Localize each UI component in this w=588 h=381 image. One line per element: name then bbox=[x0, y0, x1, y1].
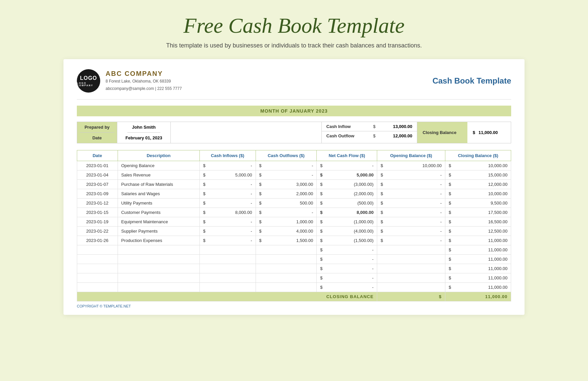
cash-inflow-value: 13,000.00 bbox=[386, 124, 412, 129]
footer-value: 11,000.00 bbox=[445, 292, 511, 301]
cell-ncf: $ 5,000.00 bbox=[317, 170, 377, 180]
cell-co bbox=[256, 255, 317, 264]
cell-co: $ - bbox=[256, 208, 317, 217]
table-row: 2023-01-01 Opening Balance $ - $ - $ - $… bbox=[77, 161, 511, 170]
cell-description: Utility Payments bbox=[118, 199, 199, 208]
cell-description bbox=[118, 255, 199, 264]
cell-ncf: $ (1,000.00) bbox=[317, 217, 377, 227]
cell-description: Supplier Payments bbox=[118, 227, 199, 236]
cell-description: Opening Balance bbox=[118, 161, 199, 170]
cell-cb: $ 12,000.00 bbox=[445, 180, 511, 189]
closing-balance-amount: 11,000.00 bbox=[478, 130, 498, 135]
table-row: 2023-01-07 Purchase of Raw Materials $ -… bbox=[77, 180, 511, 189]
table-row: 2023-01-15 Customer Payments $ 8,000.00 … bbox=[77, 208, 511, 217]
cell-ncf: $ (2,000.00) bbox=[317, 189, 377, 199]
prepared-by-label: Prepared by Date bbox=[77, 122, 117, 143]
cell-ob: $ - bbox=[377, 170, 445, 180]
cell-co: $ 500.00 bbox=[256, 199, 317, 208]
col-description: Description bbox=[118, 150, 199, 161]
closing-balance-value: $ 11,000.00 bbox=[467, 122, 511, 143]
table-row: $ - $ 11,000.00 bbox=[77, 255, 511, 264]
cell-ci: $ - bbox=[199, 199, 256, 208]
table-row: $ - $ 11,000.00 bbox=[77, 273, 511, 283]
company-address: 8 Forest Lake, Oklahoma, OK 68339 bbox=[106, 78, 182, 85]
cell-date bbox=[77, 273, 118, 283]
cell-co: $ 2,000.00 bbox=[256, 189, 317, 199]
cell-description: Purchase of Raw Materials bbox=[118, 180, 199, 189]
cell-ci: $ - bbox=[199, 180, 256, 189]
cell-cb: $ 11,000.00 bbox=[445, 255, 511, 264]
copyright: COPYRIGHT © TEMPLATE.NET bbox=[77, 304, 511, 308]
cash-inflow-row: Cash Inflow $ 13,000.00 bbox=[322, 122, 417, 131]
cell-date: 2023-01-15 bbox=[77, 208, 118, 217]
cell-description: Production Expenses bbox=[118, 236, 199, 245]
cell-ob bbox=[377, 283, 445, 292]
cell-co bbox=[256, 264, 317, 273]
cell-co: $ 3,000.00 bbox=[256, 180, 317, 189]
cell-description: Salaries and Wages bbox=[118, 189, 199, 199]
cash-outflow-label: Cash Outflow bbox=[326, 133, 363, 138]
cell-ob: $ - bbox=[377, 189, 445, 199]
document-wrapper: LOGO LOGO COMPANY ABC COMPANY 8 Forest L… bbox=[63, 59, 525, 315]
cash-inflow-dollar: $ bbox=[373, 124, 376, 129]
table-row: 2023-01-09 Salaries and Wages $ - $ 2,00… bbox=[77, 189, 511, 199]
cell-description: Sales Revenue bbox=[118, 170, 199, 180]
logo-text: LOGO bbox=[80, 75, 97, 81]
cell-cb: $ 11,000.00 bbox=[445, 245, 511, 255]
cash-outflow-value: 12,000.00 bbox=[386, 133, 412, 138]
cell-ncf: $ - bbox=[317, 255, 377, 264]
cell-ob: $ - bbox=[377, 208, 445, 217]
company-logo: LOGO LOGO COMPANY bbox=[77, 69, 100, 93]
cell-date: 2023-01-09 bbox=[77, 189, 118, 199]
closing-balance-label: Closing Balance bbox=[417, 122, 467, 143]
cell-co bbox=[256, 245, 317, 255]
cell-date: 2023-01-22 bbox=[77, 227, 118, 236]
cell-ci bbox=[199, 255, 256, 264]
col-net-cash-flow: Net Cash Flow ($) bbox=[317, 150, 377, 161]
cash-outflow-dollar: $ bbox=[373, 133, 376, 138]
col-cash-outflows: Cash Outflows ($) bbox=[256, 150, 317, 161]
logo-subtext: LOGO COMPANY bbox=[77, 82, 100, 87]
cell-co: $ - bbox=[256, 161, 317, 170]
table-row: $ - $ 11,000.00 bbox=[77, 264, 511, 273]
cell-ncf: $ (4,000.00) bbox=[317, 227, 377, 236]
col-cash-inflows: Cash Inflows ($) bbox=[199, 150, 256, 161]
cell-co: $ 1,500.00 bbox=[256, 236, 317, 245]
cell-date: 2023-01-04 bbox=[77, 170, 118, 180]
cell-date bbox=[77, 283, 118, 292]
cell-ncf: $ - bbox=[317, 161, 377, 170]
cell-cb: $ 11,000.00 bbox=[445, 236, 511, 245]
cell-ob bbox=[377, 273, 445, 283]
col-opening-balance: Opening Balance ($) bbox=[377, 150, 445, 161]
cell-co bbox=[256, 273, 317, 283]
col-date: Date bbox=[77, 150, 118, 161]
footer-label: CLOSING BALANCE bbox=[77, 292, 377, 301]
cash-outflow-row: Cash Outflow $ 12,000.00 bbox=[322, 131, 417, 140]
cell-ncf: $ - bbox=[317, 273, 377, 283]
page-title: Free Cash Book Template bbox=[183, 13, 405, 38]
cell-ci: $ 5,000.00 bbox=[199, 170, 256, 180]
cell-ob: $ - bbox=[377, 217, 445, 227]
summary-row: Prepared by Date John Smith February 01,… bbox=[77, 122, 511, 143]
cell-cb: $ 11,000.00 bbox=[445, 283, 511, 292]
page-subtitle: This template is used by businesses or i… bbox=[166, 42, 422, 49]
cell-ci: $ - bbox=[199, 189, 256, 199]
cell-ci: $ - bbox=[199, 161, 256, 170]
cell-ci bbox=[199, 273, 256, 283]
cell-date: 2023-01-01 bbox=[77, 161, 118, 170]
table-row: 2023-01-26 Production Expenses $ - $ 1,5… bbox=[77, 236, 511, 245]
cell-ncf: $ - bbox=[317, 245, 377, 255]
month-banner: MONTH OF JANUARY 2023 bbox=[77, 106, 511, 116]
cell-ob: $ - bbox=[377, 199, 445, 208]
cell-ob: $ - bbox=[377, 180, 445, 189]
cell-co: $ - bbox=[256, 170, 317, 180]
table-header-row: Date Description Cash Inflows ($) Cash O… bbox=[77, 150, 511, 161]
cell-ob: $ 10,000.00 bbox=[377, 161, 445, 170]
date-sublabel: Date bbox=[88, 133, 106, 143]
cell-date bbox=[77, 245, 118, 255]
cell-ci bbox=[199, 283, 256, 292]
cell-description bbox=[118, 264, 199, 273]
cell-ci: $ - bbox=[199, 217, 256, 227]
table-row: 2023-01-19 Equipment Maintenance $ - $ 1… bbox=[77, 217, 511, 227]
cell-cb: $ 10,000.00 bbox=[445, 161, 511, 170]
